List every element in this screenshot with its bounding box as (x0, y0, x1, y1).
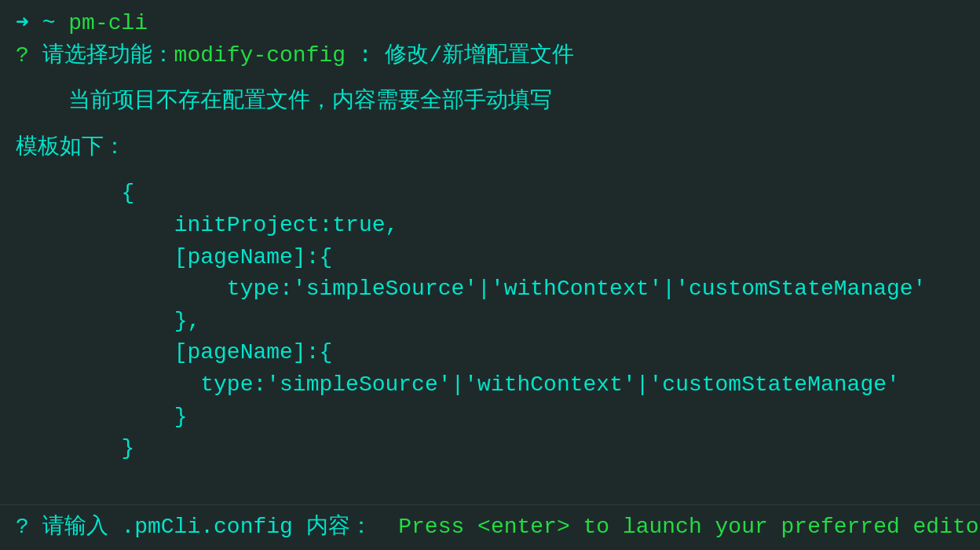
line-type-2: type:'simpleSource'|'withContext'|'custo… (16, 369, 964, 402)
line-select-feature: ? 请选择功能： modify-config : 修改/新增配置文件 (16, 40, 964, 72)
close-outer-text: } (121, 433, 134, 465)
close-inner-text: } (174, 402, 188, 434)
pagename1-indent (16, 242, 174, 274)
pagename2-indent (16, 337, 174, 369)
close-comma-indent (16, 306, 174, 338)
bottom-question-mark: ? (16, 512, 42, 544)
close-outer-indent (16, 433, 121, 465)
init-indent (16, 210, 174, 242)
notice-indent (16, 86, 68, 118)
line-close-comma: }, (16, 306, 964, 338)
line-brace-open: { (16, 178, 964, 210)
line-close-inner: } (16, 402, 964, 434)
bottom-input-bar[interactable]: ? 请输入 .pmCli.config 内容： Press <enter> to… (0, 504, 980, 550)
template-header-text: 模板如下： (16, 132, 126, 164)
type1-text: type:'simpleSource'|'withContext'|'custo… (227, 273, 927, 306)
terminal: ➜ ~ pm-cli ? 请选择功能： modify-config : 修改/新… (0, 0, 980, 550)
line-notice: 当前项目不存在配置文件，内容需要全部手动填写 (16, 86, 964, 118)
init-text: initProject:true, (174, 210, 399, 242)
type2-text: type:'simpleSource'|'withContext'|'custo… (200, 369, 900, 402)
line-pagename-1: [pageName]:{ (16, 242, 964, 274)
spacer-1 (16, 72, 964, 86)
pagename1-text: [pageName]:{ (174, 242, 333, 274)
type2-indent (16, 369, 200, 402)
spacer-3 (16, 163, 964, 178)
pagename2-text: [pageName]:{ (174, 337, 333, 369)
close-comma-text: }, (174, 306, 201, 338)
feature-label: 请选择功能： (42, 40, 174, 72)
feature-value: modify-config (174, 40, 346, 72)
close-inner-indent (16, 402, 174, 434)
arrow-icon: ➜ (16, 8, 29, 40)
spacer-4 (16, 465, 964, 479)
brace-open-indent (16, 178, 121, 210)
bottom-input-label: 请输入 .pmCli.config 内容： (42, 512, 372, 544)
notice-text: 当前项目不存在配置文件，内容需要全部手动填写 (68, 86, 552, 118)
line-prompt: ➜ ~ pm-cli (16, 8, 964, 40)
brace-open-text: { (121, 178, 134, 210)
feature-desc: 修改/新增配置文件 (385, 40, 574, 72)
line-init-project: initProject:true, (16, 210, 964, 242)
line-template-header: 模板如下： (16, 132, 964, 164)
bottom-hint-text: Press <enter> to launch your preferred e… (372, 512, 980, 544)
line-pagename-2: [pageName]:{ (16, 337, 964, 369)
directory-text: pm-cli (68, 8, 148, 40)
feature-separator: : (346, 40, 385, 72)
tilde-text: ~ (29, 8, 68, 40)
question-mark: ? (16, 40, 42, 72)
line-close-outer: } (16, 433, 964, 465)
spacer-2 (16, 118, 964, 132)
type1-indent (16, 273, 227, 306)
line-type-1: type:'simpleSource'|'withContext'|'custo… (16, 273, 964, 306)
